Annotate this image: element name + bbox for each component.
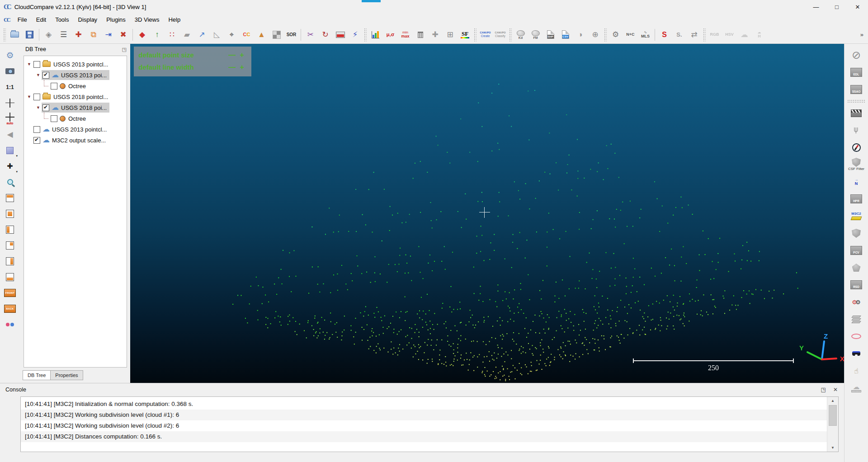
sra-profile-button[interactable]: S [657, 28, 672, 42]
toolbar-handle[interactable] [474, 28, 476, 42]
menu-3d-views[interactable]: 3D Views [130, 14, 164, 25]
visibility-checkbox[interactable] [33, 126, 40, 133]
properties-button[interactable]: ☰ [56, 28, 71, 42]
view-front-button[interactable] [1, 206, 19, 222]
qlayers-button[interactable] [845, 311, 868, 328]
gaussian-filter-button[interactable]: μ,σ [383, 28, 398, 42]
menu-tools[interactable]: Tools [51, 14, 73, 25]
menu-help[interactable]: Help [164, 14, 185, 25]
hsv-colorize-button[interactable]: HSV [722, 28, 737, 42]
stereo-mode-button[interactable] [1, 316, 19, 332]
auto-pick-center-button[interactable]: auto [1, 111, 19, 127]
align-button[interactable]: ◆ [135, 28, 150, 42]
maximize-button[interactable]: □ [826, 0, 847, 14]
expander-icon[interactable]: ▼ [26, 94, 33, 99]
display-options-button[interactable]: ⚙ [1, 47, 19, 63]
view-right-button[interactable] [1, 253, 19, 269]
rotate-view-button[interactable]: ◀ [1, 127, 19, 142]
toolbar-handle[interactable] [3, 28, 6, 42]
tree-row[interactable]: ▼☁USGS 2018 poi... [24, 102, 127, 113]
cloud-cloud-distance-button[interactable]: CC [239, 28, 254, 42]
primitive-factory-button[interactable]: ◈ [41, 28, 56, 42]
qhand-button[interactable]: ☝ [845, 362, 868, 379]
open-button[interactable] [7, 28, 22, 42]
facets-fm-button[interactable]: FM [528, 28, 543, 42]
qanimation-button[interactable] [845, 104, 868, 122]
globe-button[interactable]: ⊕ [588, 28, 603, 42]
cross-section-button[interactable] [333, 28, 348, 42]
normals-nc-button[interactable]: N+C [623, 28, 638, 42]
merge-button[interactable]: ⇥ [101, 28, 116, 42]
volume-button[interactable]: ▲ [254, 28, 269, 42]
sra-compare-button[interactable]: S. [672, 28, 687, 42]
minimize-button[interactable]: — [806, 0, 826, 14]
zoom-lens-button[interactable] [1, 174, 19, 190]
sf-arithmetic-button[interactable]: ⊞ [443, 28, 458, 42]
sf-convert-button[interactable]: SF [458, 28, 472, 42]
menu-edit[interactable]: Edit [32, 14, 51, 25]
zoom-1-1-button[interactable]: 1:1 [1, 79, 19, 95]
menu-plugins[interactable]: Plugins [102, 14, 130, 25]
facets-kd-button[interactable]: Kd [513, 28, 528, 42]
pan-mode-button[interactable]: ✚▾ [1, 158, 19, 174]
mls-smoothing-button[interactable]: ∿MLS [638, 28, 653, 42]
qrsd-button[interactable]: RSD [845, 276, 868, 293]
no-shader-button[interactable]: ⊘ [845, 47, 868, 64]
qcork-gears-button[interactable]: ⚙⚙ [845, 293, 868, 311]
tree-row[interactable]: ☁USGS 2013 pointcl... [24, 124, 127, 135]
perspective-cube-button[interactable]: ▾ [1, 142, 19, 158]
ssao-shader-button[interactable]: SSAO [845, 81, 868, 98]
toolbar-handle[interactable] [703, 28, 706, 42]
sf-add-button[interactable]: ✚ [428, 28, 443, 42]
point-picking-button[interactable]: ⚡ [348, 28, 363, 42]
filter-by-value-button[interactable]: minmax [398, 28, 413, 42]
visibility-checkbox[interactable] [33, 137, 40, 144]
stereogram-button[interactable]: ◑ [573, 28, 588, 42]
scroll-up-icon[interactable]: ▲ [827, 397, 838, 405]
canupo-classify-button[interactable]: CANUPOClassify [493, 28, 508, 42]
qvr-button[interactable] [845, 345, 868, 362]
subsample-button[interactable]: ↑ [150, 28, 165, 42]
point-list-picking-button[interactable]: ⌖ [224, 28, 239, 42]
flip-plane-button[interactable]: ⇄ [687, 28, 702, 42]
console-scrollbar[interactable]: ▲ ▼ [827, 397, 838, 452]
cloud-h-button[interactable]: ☁H [752, 28, 767, 42]
qpcv-button[interactable]: PCV [845, 242, 868, 259]
toolbar-overflow-icon[interactable]: » [860, 31, 866, 38]
3d-viewport[interactable]: default point size—+default line width—+… [130, 44, 844, 383]
qfacet-pentagon-button[interactable] [845, 259, 868, 276]
visibility-checkbox[interactable] [42, 72, 49, 79]
expander-icon[interactable]: ▼ [35, 105, 42, 110]
scroll-down-icon[interactable]: ▼ [827, 444, 838, 452]
screenshot-button[interactable] [1, 63, 19, 79]
tree-row[interactable]: Octree [24, 80, 127, 91]
tree-row[interactable]: Octree [24, 113, 127, 124]
plugin-gear-button[interactable]: ⚙ [608, 28, 623, 42]
expander-icon[interactable]: ▼ [35, 73, 42, 77]
checkerboard-button[interactable] [269, 28, 284, 42]
console-float-icon[interactable]: ◳ [821, 387, 826, 393]
visibility-checkbox[interactable] [33, 61, 40, 68]
mdi-child-icon[interactable]: CC [4, 16, 9, 24]
decrease-button[interactable]: — [227, 63, 237, 71]
rgb-colorize-button[interactable]: RGB [707, 28, 722, 42]
mesh-arrow-button[interactable]: ◺ [209, 28, 224, 42]
visibility-checkbox[interactable] [42, 104, 49, 111]
view-back-button[interactable] [1, 237, 19, 253]
qhoughnormals-button[interactable]: →N [845, 173, 868, 190]
tree-row[interactable]: ▼USGS 2018 pointcl... [24, 91, 127, 102]
export-shp-button[interactable]: SHP [543, 28, 558, 42]
qcloud-ruler-button[interactable]: ☁ [845, 379, 868, 396]
segment-scissors-button[interactable]: ✂ [303, 28, 318, 42]
edl-shader-button[interactable]: EDL [845, 64, 868, 81]
qbroom-button[interactable]: ⋔ [845, 122, 868, 139]
tree-row[interactable]: ☁M3C2 output scale... [24, 135, 127, 146]
increase-button[interactable]: + [237, 51, 247, 59]
expander-icon[interactable]: ▼ [26, 62, 33, 66]
sf-histogram-button[interactable] [368, 28, 383, 42]
toolbar-handle[interactable] [364, 28, 367, 42]
close-button[interactable]: ✕ [847, 0, 868, 14]
pick-rotation-center-button[interactable] [1, 95, 19, 111]
back-view-tag-button[interactable]: BACK [1, 301, 19, 316]
db-tree-float-icon[interactable]: ◳ [122, 47, 127, 52]
